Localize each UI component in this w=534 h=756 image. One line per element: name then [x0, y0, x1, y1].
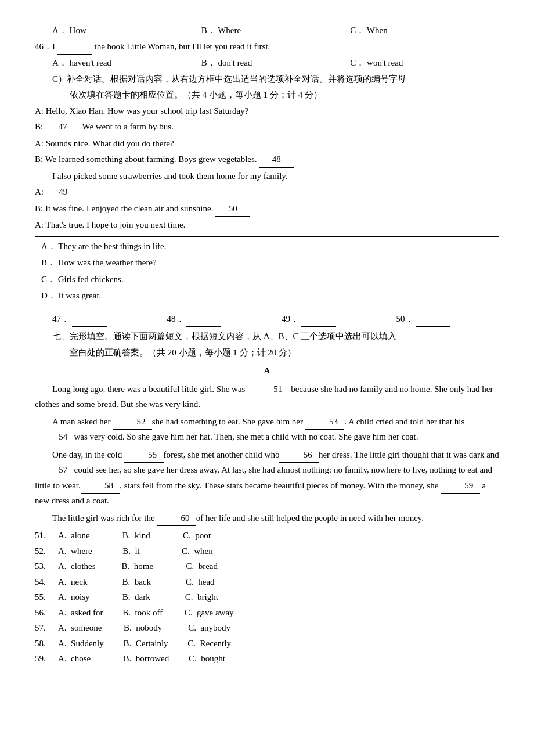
- dialogue-speakerA3: A:: [35, 187, 46, 196]
- fill-48-num: 48．: [167, 314, 185, 323]
- fill-47-blank: [72, 312, 107, 327]
- choice-C-text: Girls fed chickens.: [58, 275, 124, 284]
- q46-optA-letter: A．: [52, 58, 67, 67]
- para-3: One day, in the cold 55 forest, she met …: [35, 448, 499, 509]
- dialogue-speakerA1: A: Hello, Xiao Han. How was your school …: [35, 106, 248, 116]
- q46-rest: the book Little Woman, but I'll let you …: [95, 42, 270, 51]
- ans-row-51: 51. A. alone B. kind C. poor: [35, 528, 499, 543]
- ans-52-A: A. where: [58, 546, 92, 556]
- choice-A-letter: A．: [41, 242, 56, 251]
- ans-52-opts: A. where B. if C. when: [58, 544, 499, 559]
- ans-row-59: 59. A. chose B. borrowed C. bought: [35, 651, 499, 667]
- fill-50: 50．: [396, 312, 500, 327]
- choice-D-letter: D．: [41, 291, 56, 300]
- ans-54-A: A. neck: [58, 577, 87, 586]
- q47-blank: 47: [45, 120, 80, 135]
- fill-49-blank: [301, 312, 336, 327]
- ans-54-num: 54.: [35, 575, 58, 590]
- ans-53-opts: A. clothes B. home C. bread: [58, 559, 499, 574]
- ans-row-52: 52. A. where B. if C. when: [35, 544, 499, 559]
- blank-52: 52: [113, 415, 152, 430]
- dialogue-speakerA4: A: That's true. I hope to join you next …: [35, 220, 185, 229]
- choice-C: C． Girls fed chickens.: [41, 272, 493, 287]
- ans-56-A: A. asked for: [58, 608, 103, 617]
- ans-58-opts: A. Suddenly B. Certainly C. Recently: [58, 636, 499, 651]
- answer-choices-section: 51. A. alone B. kind C. poor 52. A. wher…: [35, 528, 499, 667]
- ans-54-C: C. head: [186, 577, 215, 586]
- ans-row-58: 58. A. Suddenly B. Certainly C. Recently: [35, 636, 499, 651]
- ans-59-opts: A. chose B. borrowed C. bought: [58, 651, 499, 667]
- ans-55-num: 55.: [35, 590, 58, 605]
- sectionC-title: C）补全对话。根据对话内容，从右边方框中选出适当的选项补全对话。并将选项的编号字…: [35, 72, 499, 87]
- q46-number: 46．I: [35, 42, 55, 51]
- ans-51-num: 51.: [35, 528, 58, 543]
- blank-60: 60: [157, 511, 196, 527]
- ans-55-B: B. dark: [122, 592, 150, 602]
- q45-options: A． How B． Where C． When: [35, 23, 499, 38]
- ans-56-C: C. gave away: [185, 608, 234, 617]
- ans-55-opts: A. noisy B. dark C. bright: [58, 590, 499, 605]
- q46-optC: C． won't read: [350, 56, 499, 71]
- q45-optC: C． When: [350, 23, 499, 38]
- ans-58-C: C. Recently: [187, 639, 231, 648]
- dialogue-line-6: A: 49: [35, 185, 499, 200]
- dialogue-line-1: A: Hello, Xiao Han. How was your school …: [35, 104, 499, 119]
- q46-optB: B． don't read: [201, 56, 351, 71]
- ans-54-opts: A. neck B. back C. head: [58, 575, 499, 590]
- dialogue-speakerB1: B:: [35, 122, 45, 131]
- ans-51-opts: A. alone B. kind C. poor: [58, 528, 499, 543]
- fill-49: 49．: [282, 312, 385, 327]
- blank-53: 53: [305, 415, 345, 430]
- ans-54-B: B. back: [122, 577, 151, 586]
- choice-B-letter: B．: [41, 258, 56, 267]
- q46-optB-letter: B．: [201, 58, 216, 67]
- dialogue-text-5: I also picked some strawberries and took…: [52, 171, 288, 181]
- fill-50-num: 50．: [396, 314, 414, 323]
- ans-57-opts: A. someone B. nobody C. anybody: [58, 621, 499, 636]
- ans-58-B: B. Certainly: [124, 639, 168, 648]
- q46-optB-text: don't read: [218, 58, 252, 67]
- q45-optA-letter: A．: [52, 26, 67, 35]
- fill-48-blank: [186, 312, 221, 327]
- para-2: A man asked her 52 she had something to …: [35, 415, 499, 445]
- ans-53-A: A. clothes: [58, 561, 96, 571]
- q45-optB-letter: B．: [201, 26, 216, 35]
- q46-optC-letter: C．: [350, 58, 365, 67]
- fill-48: 48．: [167, 312, 270, 327]
- blank-59: 59: [441, 478, 480, 494]
- ans-row-56: 56. A. asked for B. took off C. gave awa…: [35, 606, 499, 621]
- ans-51-B: B. kind: [122, 531, 150, 540]
- ans-52-B: B. if: [122, 546, 140, 556]
- dialogue-speakerB1-rest: We went to a farm by bus.: [82, 122, 174, 131]
- ans-57-num: 57.: [35, 621, 58, 636]
- dialogue-speakerA2: A: Sounds nice. What did you do there?: [35, 139, 174, 148]
- choice-A-text: They are the best things in life.: [58, 242, 166, 251]
- ans-55-A: A. noisy: [58, 592, 90, 602]
- dialogue-line-7: B: It was fine. I enjoyed the clean air …: [35, 201, 499, 217]
- choice-D: D． It was great.: [41, 289, 493, 304]
- choice-B-text: How was the weather there?: [58, 258, 157, 267]
- ans-56-num: 56.: [35, 606, 58, 621]
- q45-optC-text: When: [367, 26, 388, 35]
- ans-56-opts: A. asked for B. took off C. gave away: [58, 606, 499, 621]
- ans-59-num: 59.: [35, 651, 58, 667]
- ans-row-54: 54. A. neck B. back C. head: [35, 575, 499, 590]
- ans-row-55: 55. A. noisy B. dark C. bright: [35, 590, 499, 605]
- choice-D-text: It was great.: [59, 291, 102, 300]
- ans-53-B: B. home: [122, 561, 154, 571]
- para-1: Long long ago, there was a beautiful lit…: [35, 382, 499, 412]
- dialogue-speakerB3: B: It was fine. I enjoyed the clean air …: [35, 204, 215, 213]
- q45-optB-text: Where: [218, 26, 241, 35]
- fill-answers-row: 47． 48． 49． 50．: [52, 312, 499, 327]
- q46-text: 46．I the book Little Woman, but I'll let…: [35, 39, 499, 55]
- q45-optA: A． How: [35, 23, 201, 38]
- ans-59-B: B. borrowed: [124, 654, 169, 663]
- fill-50-blank: [416, 312, 450, 327]
- dialogue-line-2: B: 47 We went to a farm by bus.: [35, 120, 499, 135]
- q49-blank: 49: [46, 185, 81, 200]
- fill-49-num: 49．: [282, 314, 299, 323]
- ans-57-C: C. anybody: [188, 623, 230, 632]
- passage-a-label: A: [35, 363, 499, 379]
- dialogue-line-4: B: We learned something about farming. B…: [35, 152, 499, 168]
- ans-row-53: 53. A. clothes B. home C. bread: [35, 559, 499, 574]
